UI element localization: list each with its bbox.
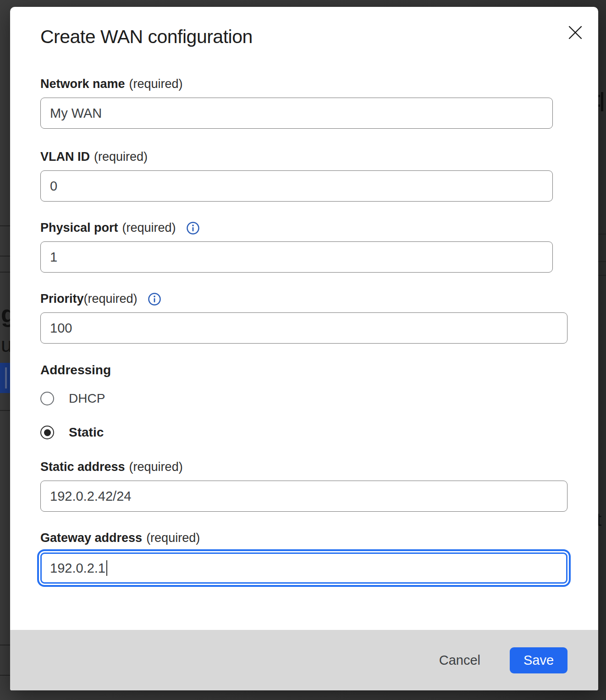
bg-divider: [0, 410, 10, 411]
close-icon: [567, 25, 583, 40]
priority-label: Priority (required): [40, 292, 598, 306]
save-button[interactable]: Save: [510, 647, 567, 673]
gateway-address-value: 192.0.2.1: [50, 561, 105, 576]
vlan-id-input[interactable]: [40, 170, 553, 202]
info-icon[interactable]: [186, 221, 200, 235]
physical-port-label: Physical port (required): [40, 221, 598, 235]
addressing-heading: Addressing: [40, 363, 598, 377]
dialog-title: Create WAN configuration: [40, 26, 598, 48]
bg-divider: [0, 256, 10, 257]
screen: g u t Create WAN configuration Network n…: [0, 0, 606, 700]
bg-divider: [0, 675, 10, 676]
bg-divider: [0, 272, 10, 273]
wan-form: Network name (required) VLAN ID (require…: [40, 77, 598, 584]
dhcp-radio[interactable]: [40, 392, 54, 405]
static-radio-row[interactable]: Static: [40, 423, 598, 442]
close-button[interactable]: [566, 23, 584, 42]
dhcp-radio-row[interactable]: DHCP: [40, 389, 598, 408]
gateway-address-label: Gateway address (required): [40, 531, 598, 545]
bg-text-fragment: [598, 95, 600, 97]
bg-divider: [0, 225, 10, 226]
dialog-footer: Cancel Save: [10, 630, 598, 690]
static-radio-label: Static: [69, 425, 104, 440]
static-radio[interactable]: [40, 426, 54, 439]
network-name-label: Network name (required): [40, 77, 598, 91]
network-name-input[interactable]: [40, 98, 553, 129]
static-address-input[interactable]: [40, 481, 567, 512]
bg-text-fragment: [601, 92, 603, 111]
create-wan-dialog: Create WAN configuration Network name (r…: [10, 7, 598, 690]
text-cursor: [106, 560, 108, 576]
vlan-id-label: VLAN ID (required): [40, 150, 598, 164]
gateway-address-input[interactable]: 192.0.2.1: [40, 552, 567, 584]
bg-text-fragment: [598, 104, 600, 107]
bg-divider: [0, 645, 10, 645]
bg-divider: [598, 275, 606, 276]
cancel-button[interactable]: Cancel: [433, 648, 487, 673]
priority-input[interactable]: [40, 312, 567, 344]
dhcp-radio-label: DHCP: [69, 391, 105, 406]
bg-divider: [598, 261, 606, 262]
physical-port-input[interactable]: [40, 241, 553, 273]
info-icon[interactable]: [148, 292, 161, 306]
static-address-label: Static address (required): [40, 460, 598, 474]
bg-divider: [598, 234, 606, 235]
bg-dimmed-button: [0, 363, 10, 393]
